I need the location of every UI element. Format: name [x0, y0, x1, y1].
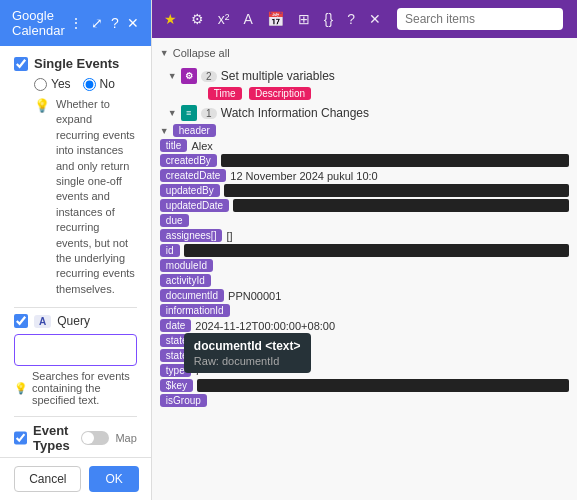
time-tag[interactable]: Time — [208, 87, 242, 100]
prop-assignees: assignees[] [] — [160, 228, 569, 243]
x-squared-icon[interactable]: x² — [214, 9, 234, 29]
prop-date: date 2024-11-12T00:00:00+08:00 — [160, 318, 569, 333]
query-input[interactable] — [14, 334, 137, 366]
event-types-toggle[interactable] — [81, 431, 109, 445]
instate-badge: 1 — [201, 108, 217, 119]
header-tri-icon[interactable]: ▼ — [160, 126, 169, 136]
event-types-toggle-map: Map — [81, 431, 136, 445]
createddate-tag[interactable]: createdDate — [160, 169, 226, 182]
right-content-wrapper: ▼ Collapse all ▼ ⚙ 2 Set multiple variab… — [152, 38, 577, 500]
tools-triangle-icon[interactable]: ▼ — [168, 71, 177, 81]
cancel-button[interactable]: Cancel — [14, 466, 81, 492]
prop-moduleid: moduleId — [160, 258, 569, 273]
activityid-tag[interactable]: activityId — [160, 274, 211, 287]
query-tag: A — [34, 315, 51, 328]
instate-triangle-icon[interactable]: ▼ — [168, 108, 177, 118]
date-tag[interactable]: date — [160, 319, 191, 332]
isgroup-tag[interactable]: isGroup — [160, 394, 207, 407]
radio-group: Yes No — [34, 77, 137, 91]
title-tag[interactable]: title — [160, 139, 188, 152]
radio-no-text: No — [100, 77, 115, 91]
help-icon[interactable]: ? — [111, 15, 119, 31]
createdby-tag[interactable]: createdBy — [160, 154, 217, 167]
prop-activityid: activityId — [160, 273, 569, 288]
updatedby-value — [224, 184, 569, 197]
ok-button[interactable]: OK — [89, 466, 138, 492]
instate-label: Watch Information Changes — [221, 106, 369, 120]
prop-updateddate: updatedDate — [160, 198, 569, 213]
event-types-checkbox[interactable] — [14, 431, 27, 445]
star-icon[interactable]: ★ — [160, 9, 181, 29]
right-header: ★ ⚙ x² A 📅 ⊞ {} ? ✕ — [152, 0, 577, 38]
prop-header: ▼ header — [160, 123, 569, 138]
single-events-section: Single Events Yes No 💡 Whether to expand… — [14, 56, 137, 297]
tools-label: Set multiple variables — [221, 69, 335, 83]
right-help-icon[interactable]: ? — [343, 9, 359, 29]
prop-documentid: documentId PPN00001 — [160, 288, 569, 303]
text-icon[interactable]: A — [240, 9, 257, 29]
informationid-tag[interactable]: informationId — [160, 304, 230, 317]
date-value: 2024-11-12T00:00:00+08:00 — [195, 320, 569, 332]
updateddate-value — [233, 199, 569, 212]
search-input[interactable] — [397, 8, 563, 30]
table-icon[interactable]: ⊞ — [294, 9, 314, 29]
menu-icon[interactable]: ⋮ — [69, 15, 83, 31]
documentid-value: PPN00001 — [228, 290, 569, 302]
prop-due: due — [160, 213, 569, 228]
assignees-value: [] — [226, 230, 569, 242]
prop-title: title Alex — [160, 138, 569, 153]
query-hint: Searches for events containing the speci… — [32, 370, 137, 406]
right-panel: ★ ⚙ x² A 📅 ⊞ {} ? ✕ ▼ Collapse all ▼ ⚙ 2… — [152, 0, 577, 500]
toggle-knob — [82, 432, 94, 444]
prop-informationid: informationId — [160, 303, 569, 318]
assignees-tag[interactable]: assignees[] — [160, 229, 223, 242]
key-value — [197, 379, 569, 392]
tooltip-raw: Raw: documentId — [194, 355, 301, 367]
id-tag[interactable]: id — [160, 244, 180, 257]
moduleid-tag[interactable]: moduleId — [160, 259, 213, 272]
event-types-label: Event Types — [33, 423, 81, 453]
createddate-value: 12 November 2024 pukul 10:0 — [230, 170, 569, 182]
single-events-hint: Whether to expand recurring events into … — [56, 97, 137, 297]
query-section: A Query 💡 Searches for events containing… — [14, 314, 137, 406]
right-close-icon[interactable]: ✕ — [365, 9, 385, 29]
event-types-section: Event Types Map Select All Default — [14, 423, 137, 457]
query-checkbox[interactable] — [14, 314, 28, 328]
gear-icon[interactable]: ⚙ — [187, 9, 208, 29]
tools-tags-row: Time Description — [160, 86, 569, 101]
footer-buttons: Cancel OK — [0, 457, 151, 500]
radio-yes-text: Yes — [51, 77, 71, 91]
updateddate-tag[interactable]: updatedDate — [160, 199, 229, 212]
single-events-label: Single Events — [34, 56, 119, 71]
tooltip-box: documentId <text> Raw: documentId — [184, 333, 311, 373]
key-tag[interactable]: $key — [160, 379, 193, 392]
single-events-checkbox[interactable] — [14, 57, 28, 71]
left-header: Google Calendar ⋮ ⤢ ? ✕ — [0, 0, 151, 46]
id-value — [184, 244, 569, 257]
prop-id: id — [160, 243, 569, 258]
left-header-icons: ⋮ ⤢ ? ✕ — [69, 15, 139, 31]
prop-createdby: createdBy — [160, 153, 569, 168]
close-icon[interactable]: ✕ — [127, 15, 139, 31]
divider-2 — [14, 416, 137, 417]
collapse-all-text[interactable]: Collapse all — [173, 47, 230, 59]
prop-key: $key — [160, 378, 569, 393]
radio-yes[interactable] — [34, 78, 47, 91]
radio-yes-label: Yes — [34, 77, 71, 91]
radio-no[interactable] — [83, 78, 96, 91]
description-tag[interactable]: Description — [249, 87, 311, 100]
query-hint-row: 💡 Searches for events containing the spe… — [14, 370, 137, 406]
tools-badge: 2 — [201, 71, 217, 82]
collapse-triangle-icon[interactable]: ▼ — [160, 48, 169, 58]
calendar-icon[interactable]: 📅 — [263, 9, 288, 29]
documentid-tag[interactable]: documentId — [160, 289, 224, 302]
expand-icon[interactable]: ⤢ — [91, 15, 103, 31]
due-tag[interactable]: due — [160, 214, 189, 227]
query-hint-icon: 💡 — [14, 382, 28, 395]
event-types-map-label: Map — [115, 432, 136, 444]
left-panel-title: Google Calendar — [12, 8, 69, 38]
brackets-icon[interactable]: {} — [320, 9, 337, 29]
query-label: Query — [57, 314, 107, 328]
updatedby-tag[interactable]: updatedBy — [160, 184, 220, 197]
header-tag[interactable]: header — [173, 124, 216, 137]
